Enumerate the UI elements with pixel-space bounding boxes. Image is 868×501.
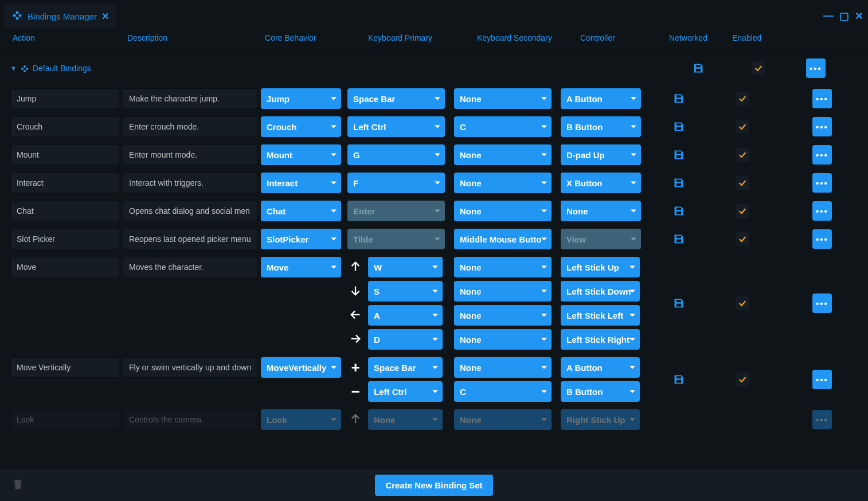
dropdown[interactable]: None: [454, 257, 552, 277]
enabled-checkbox[interactable]: [736, 148, 749, 162]
dropdown[interactable]: S: [368, 281, 443, 302]
dropdown[interactable]: Enter: [347, 201, 445, 221]
group-toggle[interactable]: ▼ Default Bindings: [10, 63, 366, 73]
save-icon[interactable]: [673, 93, 685, 104]
dropdown[interactable]: None: [454, 305, 552, 326]
dropdown[interactable]: Left Stick Right: [561, 329, 640, 350]
enabled-checkbox[interactable]: [736, 92, 749, 105]
save-icon[interactable]: [673, 205, 685, 217]
dropdown[interactable]: Jump: [261, 88, 341, 109]
enabled-checkbox[interactable]: [736, 373, 749, 386]
dropdown[interactable]: F: [347, 173, 445, 193]
action-field[interactable]: Chat: [10, 201, 119, 221]
description-field[interactable]: Reopens last opened picker menu: [123, 229, 257, 249]
row-menu-button[interactable]: •••: [812, 173, 832, 193]
dropdown[interactable]: None: [368, 409, 443, 430]
action-field[interactable]: Crouch: [10, 116, 119, 137]
dropdown[interactable]: Left Stick Down: [561, 281, 640, 302]
description-field[interactable]: Fly or swim vertically up and down: [123, 357, 257, 378]
dropdown[interactable]: Space Bar: [368, 357, 443, 378]
action-field[interactable]: Jump: [10, 88, 119, 109]
dropdown[interactable]: A Button: [561, 357, 640, 378]
description-field[interactable]: Enter mount mode.: [123, 144, 257, 165]
dropdown[interactable]: None: [454, 173, 552, 193]
dropdown[interactable]: None: [454, 409, 552, 430]
trash-icon[interactable]: [11, 478, 24, 492]
dropdown[interactable]: W: [368, 257, 443, 277]
dropdown[interactable]: View: [561, 229, 641, 249]
close-icon[interactable]: ✕: [855, 10, 863, 22]
row-menu-button[interactable]: •••: [812, 201, 832, 221]
dropdown[interactable]: B Button: [561, 116, 641, 137]
action-field[interactable]: Move: [10, 257, 119, 277]
description-field[interactable]: Opens chat dialog and social men: [123, 201, 257, 221]
close-tab-icon[interactable]: ✕: [101, 11, 109, 22]
minimize-icon[interactable]: —: [823, 10, 834, 22]
bindings-scroll[interactable]: ▼ Default Bindings ••• Jump Make the cha…: [0, 50, 868, 485]
enabled-checkbox[interactable]: [752, 61, 765, 75]
dropdown[interactable]: D-pad Up: [561, 144, 641, 165]
enabled-checkbox[interactable]: [736, 296, 749, 310]
save-icon[interactable]: [693, 62, 704, 74]
description-field[interactable]: Enter crouch mode.: [123, 116, 257, 137]
dropdown[interactable]: Left Stick Up: [561, 257, 640, 277]
dropdown[interactable]: Crouch: [261, 116, 341, 137]
dropdown[interactable]: MoveVertically: [261, 357, 341, 378]
save-icon[interactable]: [673, 374, 685, 385]
dropdown[interactable]: None: [454, 144, 552, 165]
enabled-checkbox[interactable]: [736, 232, 749, 246]
description-field[interactable]: Controls the camera.: [123, 409, 257, 430]
enabled-checkbox[interactable]: [736, 120, 749, 134]
dropdown[interactable]: None: [561, 201, 641, 221]
save-icon[interactable]: [673, 233, 685, 245]
enabled-checkbox[interactable]: [736, 204, 749, 218]
dropdown[interactable]: SlotPicker: [261, 229, 341, 249]
row-menu-button[interactable]: •••: [812, 293, 832, 313]
dropdown[interactable]: C: [454, 116, 552, 137]
description-field[interactable]: Interact with triggers.: [123, 173, 257, 193]
window-tab[interactable]: Bindings Manager ✕: [5, 5, 116, 28]
row-menu-button[interactable]: •••: [812, 145, 832, 165]
dropdown[interactable]: B Button: [561, 381, 640, 402]
action-field[interactable]: Move Vertically: [10, 357, 119, 378]
dropdown[interactable]: None: [454, 281, 552, 302]
dropdown[interactable]: Left Ctrl: [347, 116, 445, 137]
dropdown[interactable]: Mount: [261, 144, 341, 165]
dropdown[interactable]: G: [347, 144, 445, 165]
dropdown[interactable]: None: [454, 329, 552, 350]
description-field[interactable]: Make the character jump.: [123, 88, 257, 109]
dropdown[interactable]: Interact: [261, 173, 341, 193]
dropdown[interactable]: Right Stick Up: [561, 409, 640, 430]
enabled-checkbox[interactable]: [736, 176, 749, 190]
action-field[interactable]: Look: [10, 409, 119, 430]
dropdown[interactable]: A Button: [561, 88, 641, 109]
row-menu-button[interactable]: •••: [812, 117, 832, 136]
dropdown[interactable]: Space Bar: [347, 88, 445, 109]
description-field[interactable]: Moves the character.: [123, 257, 257, 277]
save-icon[interactable]: [673, 177, 685, 189]
dropdown[interactable]: C: [454, 381, 552, 402]
dropdown[interactable]: Left Ctrl: [368, 381, 443, 402]
dropdown[interactable]: Left Stick Left: [561, 305, 640, 326]
action-field[interactable]: Slot Picker: [10, 229, 119, 249]
maximize-icon[interactable]: ▢: [839, 10, 849, 22]
save-icon[interactable]: [673, 149, 685, 161]
save-icon[interactable]: [673, 121, 685, 132]
row-menu-button[interactable]: •••: [812, 229, 832, 249]
dropdown[interactable]: A: [368, 305, 443, 326]
row-menu-button[interactable]: •••: [812, 410, 832, 429]
create-binding-set-button[interactable]: Create New Binding Set: [375, 475, 492, 496]
dropdown[interactable]: X Button: [561, 173, 641, 193]
dropdown[interactable]: Look: [261, 409, 341, 430]
row-menu-button[interactable]: •••: [812, 370, 832, 389]
dropdown[interactable]: None: [454, 201, 552, 221]
dropdown[interactable]: Tilde: [347, 229, 445, 249]
dropdown[interactable]: Middle Mouse Butto: [454, 229, 552, 249]
dropdown[interactable]: None: [454, 88, 552, 109]
action-field[interactable]: Mount: [10, 144, 119, 165]
dropdown[interactable]: Move: [261, 257, 341, 277]
dropdown[interactable]: D: [368, 329, 443, 350]
dropdown[interactable]: Chat: [261, 201, 341, 221]
action-field[interactable]: Interact: [10, 173, 119, 193]
dropdown[interactable]: None: [454, 357, 552, 378]
